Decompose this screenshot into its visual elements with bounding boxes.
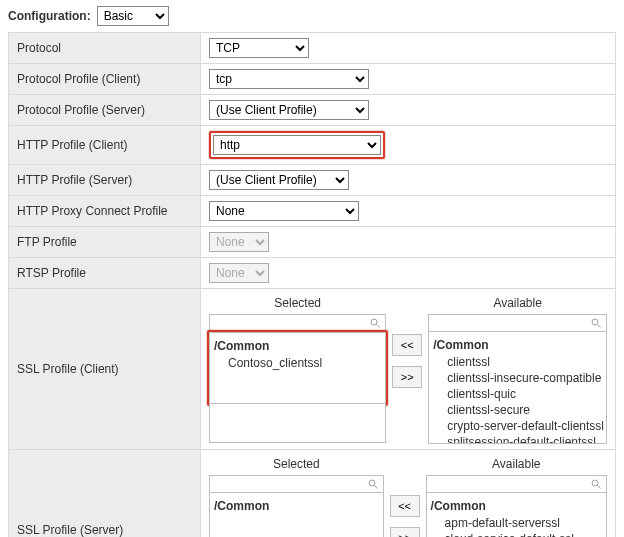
ssl-client-selected-search-input[interactable]	[214, 315, 369, 331]
svg-line-3	[598, 325, 601, 328]
svg-point-6	[592, 480, 598, 486]
ssl-client-available-title: Available	[428, 294, 607, 314]
httpProfileServer-select[interactable]: (Use Client Profile)	[209, 170, 349, 190]
remove-from-selected-button[interactable]: >>	[390, 527, 420, 537]
ssl-client-dual-list: Selected /Common Contoso_clientssl	[209, 294, 607, 444]
add-to-selected-button[interactable]: <<	[390, 495, 420, 517]
row-label-ssl-client: SSL Profile (Client)	[9, 289, 201, 450]
search-icon	[367, 478, 379, 490]
row-ssl-profile-server: SSL Profile (Server) Selected /Common	[9, 450, 616, 538]
svg-line-5	[374, 486, 377, 489]
ssl-server-mover: << >>	[390, 455, 420, 537]
list-item[interactable]: clientssl-secure	[435, 402, 604, 418]
row-ssl-profile-client: SSL Profile (Client) Selected /Common	[9, 289, 616, 450]
ssl-server-selected-column: Selected /Common	[209, 455, 384, 537]
ssl-client-available-search[interactable]	[428, 314, 607, 332]
row-value-httpProfileClient: http	[201, 126, 616, 165]
search-icon	[590, 317, 602, 329]
ssl-server-available-search-input[interactable]	[431, 476, 590, 492]
row-ftpProfile: FTP ProfileNone	[9, 227, 616, 258]
remove-from-selected-button[interactable]: >>	[392, 366, 422, 388]
row-value-httpProfileServer: (Use Client Profile)	[201, 165, 616, 196]
row-value-protocol: TCP	[201, 33, 616, 64]
configuration-select[interactable]: Basic	[97, 6, 169, 26]
list-item[interactable]: apm-default-serverssl	[433, 515, 604, 531]
row-httpProfileClient: HTTP Profile (Client)http	[9, 126, 616, 165]
configuration-label: Configuration:	[8, 9, 91, 23]
row-label-protocolProfileServer: Protocol Profile (Server)	[9, 95, 201, 126]
ssl-client-selected-listbox-spacer	[209, 404, 386, 443]
row-protocolProfileServer: Protocol Profile (Server)(Use Client Pro…	[9, 95, 616, 126]
list-item[interactable]: Contoso_clientssl	[216, 355, 383, 371]
ssl-server-available-group-header: /Common	[431, 499, 604, 513]
httpProfileClient-select[interactable]: http	[213, 135, 381, 155]
httpProxyConnect-select[interactable]: None	[209, 201, 359, 221]
search-icon	[369, 317, 381, 329]
row-label-protocolProfileClient: Protocol Profile (Client)	[9, 64, 201, 95]
ftpProfile-select: None	[209, 232, 269, 252]
protocolProfileClient-select[interactable]: tcp	[209, 69, 369, 89]
row-value-protocolProfileServer: (Use Client Profile)	[201, 95, 616, 126]
config-table: ProtocolTCPProtocol Profile (Client)tcpP…	[8, 32, 616, 537]
httpProfileClient-highlight: http	[209, 131, 385, 159]
ssl-client-available-search-input[interactable]	[433, 315, 590, 331]
ssl-client-available-listbox[interactable]: /Common clientsslclientssl-insecure-comp…	[428, 332, 607, 444]
row-httpProxyConnect: HTTP Proxy Connect ProfileNone	[9, 196, 616, 227]
row-protocolProfileClient: Protocol Profile (Client)tcp	[9, 64, 616, 95]
ssl-client-selected-group-header: /Common	[214, 339, 383, 353]
ssl-server-selected-search-input[interactable]	[214, 476, 367, 492]
ssl-client-selected-title: Selected	[209, 294, 386, 314]
list-item[interactable]: cloud-service-default-ssl	[433, 531, 604, 537]
ssl-server-available-title: Available	[426, 455, 607, 475]
svg-point-2	[592, 319, 598, 325]
ssl-server-available-column: Available /Common apm-default-serversslc…	[426, 455, 607, 537]
row-label-httpProfileServer: HTTP Profile (Server)	[9, 165, 201, 196]
list-item[interactable]: splitsession-default-clientssl	[435, 434, 604, 444]
rtspProfile-select: None	[209, 263, 269, 283]
ssl-server-available-search[interactable]	[426, 475, 607, 493]
svg-line-7	[598, 486, 601, 489]
ssl-client-available-group-header: /Common	[433, 338, 604, 352]
ssl-server-selected-title: Selected	[209, 455, 384, 475]
protocol-select[interactable]: TCP	[209, 38, 309, 58]
svg-point-4	[369, 480, 375, 486]
ssl-client-mover: << >>	[392, 294, 422, 388]
ssl-client-selected-column: Selected /Common Contoso_clientssl	[209, 294, 386, 443]
ssl-server-selected-search[interactable]	[209, 475, 384, 493]
row-label-httpProfileClient: HTTP Profile (Client)	[9, 126, 201, 165]
row-value-protocolProfileClient: tcp	[201, 64, 616, 95]
row-protocol: ProtocolTCP	[9, 33, 616, 64]
ssl-client-selected-listbox[interactable]: /Common Contoso_clientssl	[209, 332, 386, 404]
ssl-client-available-column: Available /Common clientsslclientssl-ins…	[428, 294, 607, 444]
list-item[interactable]: clientssl-insecure-compatible	[435, 370, 604, 386]
configuration-row: Configuration: Basic	[8, 6, 616, 26]
ssl-server-available-listbox[interactable]: /Common apm-default-serversslcloud-servi…	[426, 493, 607, 537]
protocolProfileServer-select[interactable]: (Use Client Profile)	[209, 100, 369, 120]
row-label-ftpProfile: FTP Profile	[9, 227, 201, 258]
list-item[interactable]: clientssl	[435, 354, 604, 370]
ssl-server-dual-list: Selected /Common << >>	[209, 455, 607, 537]
list-item[interactable]: clientssl-quic	[435, 386, 604, 402]
ssl-server-selected-group-header: /Common	[214, 499, 381, 513]
svg-line-1	[377, 325, 380, 328]
svg-point-0	[371, 319, 377, 325]
list-item[interactable]: crypto-server-default-clientssl	[435, 418, 604, 434]
ssl-server-selected-listbox[interactable]: /Common	[209, 493, 384, 537]
row-label-protocol: Protocol	[9, 33, 201, 64]
row-label-rtspProfile: RTSP Profile	[9, 258, 201, 289]
search-icon	[590, 478, 602, 490]
row-value-rtspProfile: None	[201, 258, 616, 289]
row-label-httpProxyConnect: HTTP Proxy Connect Profile	[9, 196, 201, 227]
row-value-httpProxyConnect: None	[201, 196, 616, 227]
row-label-ssl-server: SSL Profile (Server)	[9, 450, 201, 538]
row-rtspProfile: RTSP ProfileNone	[9, 258, 616, 289]
row-httpProfileServer: HTTP Profile (Server)(Use Client Profile…	[9, 165, 616, 196]
row-value-ftpProfile: None	[201, 227, 616, 258]
add-to-selected-button[interactable]: <<	[392, 334, 422, 356]
